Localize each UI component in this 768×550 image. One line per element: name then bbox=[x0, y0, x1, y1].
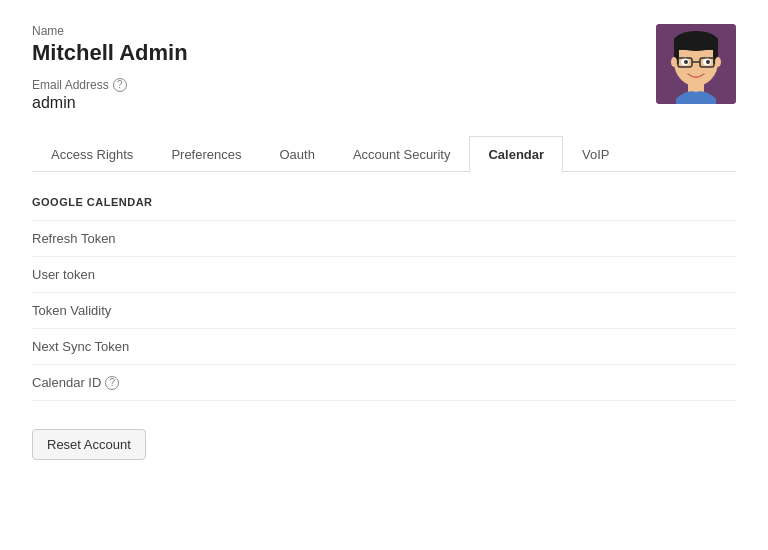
tab-preferences[interactable]: Preferences bbox=[152, 136, 260, 172]
tab-account-security[interactable]: Account Security bbox=[334, 136, 470, 172]
header: Name Mitchell Admin Email Address ? admi… bbox=[32, 24, 736, 112]
field-row-next-sync-token: Next Sync Token bbox=[32, 329, 736, 365]
field-label-token-validity: Token Validity bbox=[32, 303, 232, 318]
avatar bbox=[656, 24, 736, 104]
tab-access-rights[interactable]: Access Rights bbox=[32, 136, 152, 172]
field-row-user-token: User token bbox=[32, 257, 736, 293]
field-label-refresh-token: Refresh Token bbox=[32, 231, 232, 246]
email-label: Email Address ? bbox=[32, 78, 188, 92]
tabs-container: Access Rights Preferences Oauth Account … bbox=[32, 136, 736, 172]
tab-oauth[interactable]: Oauth bbox=[260, 136, 333, 172]
field-row-refresh-token: Refresh Token bbox=[32, 221, 736, 257]
user-info: Name Mitchell Admin Email Address ? admi… bbox=[32, 24, 188, 112]
svg-point-13 bbox=[706, 60, 710, 64]
email-help-icon[interactable]: ? bbox=[113, 78, 127, 92]
tab-voip[interactable]: VoIP bbox=[563, 136, 628, 172]
svg-point-15 bbox=[715, 57, 721, 67]
field-row-token-validity: Token Validity bbox=[32, 293, 736, 329]
name-label: Name bbox=[32, 24, 188, 38]
field-label-calendar-id: Calendar ID ? bbox=[32, 375, 232, 390]
section-title: GOOGLE CALENDAR bbox=[32, 196, 736, 208]
field-row-calendar-id: Calendar ID ? bbox=[32, 365, 736, 401]
calendar-id-help-icon[interactable]: ? bbox=[105, 376, 119, 390]
svg-point-14 bbox=[671, 57, 677, 67]
user-name: Mitchell Admin bbox=[32, 40, 188, 66]
email-value: admin bbox=[32, 94, 188, 112]
reset-account-button[interactable]: Reset Account bbox=[32, 429, 146, 460]
fields-container: Refresh Token User token Token Validity … bbox=[32, 221, 736, 401]
page: Name Mitchell Admin Email Address ? admi… bbox=[0, 0, 768, 550]
field-label-next-sync-token: Next Sync Token bbox=[32, 339, 232, 354]
svg-rect-4 bbox=[674, 38, 718, 50]
field-label-user-token: User token bbox=[32, 267, 232, 282]
tab-calendar[interactable]: Calendar bbox=[469, 136, 563, 172]
svg-point-12 bbox=[684, 60, 688, 64]
